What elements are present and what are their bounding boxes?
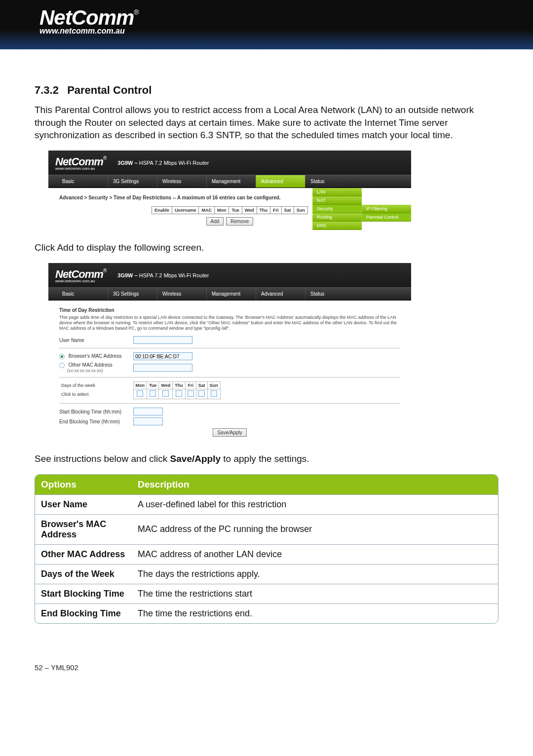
restrictions-table: Enable Username MAC Mon Tue Wed Thu Fri … bbox=[152, 206, 307, 214]
remove-button[interactable]: Remove bbox=[226, 217, 253, 226]
nav-advanced[interactable]: Advanced bbox=[256, 175, 305, 188]
router-logo: NetComm® www.netcomm.com.au bbox=[55, 155, 107, 171]
router-title-rest: HSPA 7.2 Mbps Wi-Fi Router bbox=[138, 272, 209, 278]
col-description: Description bbox=[132, 475, 498, 494]
label-other-mac: Other MAC Address (xx:xx:xx:xx:xx:xx) bbox=[59, 362, 133, 373]
submenu-lan[interactable]: LAN bbox=[312, 188, 362, 196]
checkbox-wed[interactable] bbox=[162, 390, 169, 397]
table-row: Start Blocking TimeThe time the restrict… bbox=[35, 584, 498, 604]
table-row: End Blocking TimeThe time the restrictio… bbox=[35, 604, 498, 623]
nav-wireless[interactable]: Wireless bbox=[157, 288, 206, 300]
nav-advanced[interactable]: Advanced bbox=[256, 288, 305, 300]
col-wed: Wed bbox=[242, 206, 257, 214]
user-name-input[interactable] bbox=[133, 336, 192, 344]
checkbox-sun[interactable] bbox=[211, 390, 217, 397]
days-table: Days of the week Mon Tue Wed Thu Fri Sat… bbox=[59, 381, 221, 399]
options-description-table: Options Description User NameA user-defi… bbox=[35, 474, 498, 624]
banner-logo-text: NetComm bbox=[39, 6, 134, 30]
router-nav: Basic 3G Settings Wireless Management Ad… bbox=[48, 287, 411, 301]
table-row: Days of the WeekThe days the restriction… bbox=[35, 564, 498, 584]
banner-logo: NetComm ® bbox=[39, 6, 533, 30]
day-wed: Wed bbox=[159, 382, 173, 389]
section-intro: This Parental Control allows you to rest… bbox=[35, 104, 498, 142]
form-help-text: This page adds time of day restriction t… bbox=[59, 315, 400, 332]
submenu-routing[interactable]: Routing bbox=[312, 213, 362, 222]
router-header: NetComm® www.netcomm.com.au 3G9W – HSPA … bbox=[48, 263, 411, 287]
trademark-icon: ® bbox=[103, 155, 107, 161]
other-mac-hint: (xx:xx:xx:xx:xx:xx) bbox=[67, 368, 133, 373]
label-start-time: Start Blocking Time (hh:mm) bbox=[59, 409, 133, 415]
label-click-select: Click to select bbox=[59, 389, 133, 399]
day-tue: Tue bbox=[147, 382, 159, 389]
nav-basic[interactable]: Basic bbox=[48, 175, 108, 188]
router-logo-text: NetComm bbox=[55, 268, 103, 280]
after-first-shot-text: Click Add to display the following scree… bbox=[35, 241, 498, 254]
submenu-ip-filtering[interactable]: IP Filtering bbox=[362, 205, 411, 213]
nav-3g-settings[interactable]: 3G Settings bbox=[108, 288, 157, 300]
nav-status[interactable]: Status bbox=[305, 175, 411, 188]
col-tue: Tue bbox=[229, 206, 242, 214]
nav-status[interactable]: Status bbox=[305, 288, 411, 300]
nav-basic[interactable]: Basic bbox=[48, 288, 108, 300]
label-end-time: End Blocking Time (hh:mm) bbox=[59, 419, 133, 424]
radio-browser-mac[interactable] bbox=[59, 354, 65, 359]
checkbox-fri[interactable] bbox=[188, 390, 194, 397]
nav-wireless[interactable]: Wireless bbox=[157, 175, 206, 188]
submenu-security[interactable]: Security bbox=[312, 205, 362, 213]
col-sat: Sat bbox=[281, 206, 294, 214]
nav-management[interactable]: Management bbox=[206, 288, 256, 300]
section-title: Parental Control bbox=[67, 84, 152, 96]
nav-3g-settings[interactable]: 3G Settings bbox=[108, 175, 157, 188]
form-heading: Time of Day Restriction bbox=[59, 307, 400, 313]
router-title: 3G9W – HSPA 7.2 Mbps Wi-Fi Router bbox=[117, 160, 209, 166]
trademark-icon: ® bbox=[103, 268, 107, 273]
checkbox-mon[interactable] bbox=[137, 390, 143, 397]
submenu-nat[interactable]: NAT bbox=[312, 196, 362, 205]
checkbox-thu[interactable] bbox=[176, 390, 182, 397]
submenu-parental-control[interactable]: Parental Control bbox=[362, 213, 411, 222]
submenu-dns[interactable]: DNS bbox=[312, 222, 362, 230]
col-sun: Sun bbox=[294, 206, 307, 214]
router-title-bold: 3G9W – bbox=[117, 160, 137, 166]
page-footer: 52 – YML902 bbox=[0, 643, 533, 691]
end-time-input[interactable] bbox=[133, 417, 163, 425]
router-header: NetComm® www.netcomm.com.au 3G9W – HSPA … bbox=[48, 151, 411, 175]
advanced-submenu: LAN NAT Security Routing DNS IP Filterin… bbox=[312, 188, 411, 230]
nav-management[interactable]: Management bbox=[206, 175, 256, 188]
label-browser-mac: Browser's MAC Address bbox=[59, 353, 133, 359]
divider bbox=[59, 377, 400, 378]
label-user-name: User Name bbox=[59, 338, 133, 343]
divider bbox=[59, 348, 400, 348]
divider bbox=[59, 403, 400, 404]
trademark-icon: ® bbox=[134, 8, 139, 16]
table-row: Other MAC AddressMAC address of another … bbox=[35, 544, 498, 564]
start-time-input[interactable] bbox=[133, 408, 163, 416]
col-mac: MAC bbox=[199, 206, 215, 214]
section-heading: 7.3.2 Parental Control bbox=[35, 84, 498, 97]
browser-mac-input[interactable] bbox=[133, 352, 192, 360]
add-button[interactable]: Add bbox=[206, 217, 224, 226]
banner-url: www.netcomm.com.au bbox=[39, 27, 533, 36]
day-thu: Thu bbox=[173, 382, 186, 389]
day-sat: Sat bbox=[196, 382, 207, 389]
checkbox-sat[interactable] bbox=[198, 390, 205, 397]
router-title: 3G9W – HSPA 7.2 Mbps Wi-Fi Router bbox=[117, 272, 209, 278]
section-number: 7.3.2 bbox=[35, 84, 64, 97]
col-fri: Fri bbox=[270, 206, 282, 214]
other-mac-input[interactable] bbox=[133, 364, 192, 372]
router-logo: NetComm® www.netcomm.com.au bbox=[55, 268, 107, 283]
screenshot-restrictions-list: NetComm® www.netcomm.com.au 3G9W – HSPA … bbox=[48, 151, 411, 232]
router-title-rest: HSPA 7.2 Mbps Wi-Fi Router bbox=[138, 160, 209, 166]
table-row: Browser's MAC AddressMAC address of the … bbox=[35, 514, 498, 544]
save-apply-button[interactable]: Save/Apply bbox=[213, 428, 247, 437]
table-row: User NameA user-defined label for this r… bbox=[35, 494, 498, 514]
router-nav: Basic 3G Settings Wireless Management Ad… bbox=[48, 175, 411, 188]
after-second-shot-text: See instructions below and click Save/Ap… bbox=[35, 453, 498, 465]
col-mon: Mon bbox=[214, 206, 229, 214]
col-username: Username bbox=[172, 206, 199, 214]
checkbox-tue[interactable] bbox=[150, 390, 156, 397]
radio-other-mac[interactable] bbox=[59, 363, 65, 368]
col-enable: Enable bbox=[152, 206, 172, 214]
label-days-of-week: Days of the week bbox=[59, 382, 133, 389]
router-title-bold: 3G9W – bbox=[117, 272, 137, 278]
